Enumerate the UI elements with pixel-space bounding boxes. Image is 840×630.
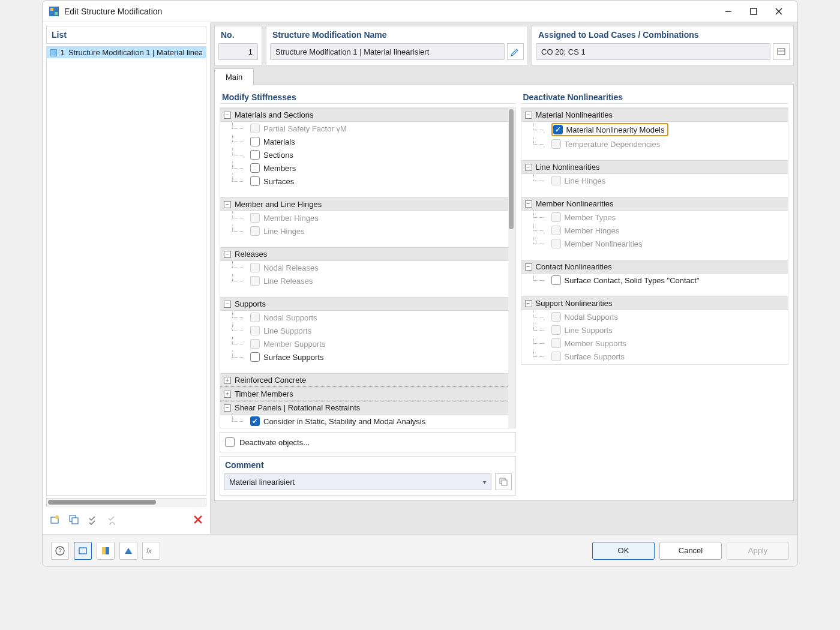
modify-tree-scrollbar[interactable] [508,108,515,428]
deactivate-tree: −Material Nonlinearities Material Nonlin… [521,107,789,365]
group-releases[interactable]: −Releases [220,247,508,261]
group-supports[interactable]: −Supports [220,297,508,311]
list-item-index: 1 [61,48,65,57]
no-field[interactable]: 1 [218,43,258,60]
checkbox [551,226,561,235]
deactivate-objects-row[interactable]: Deactivate objects... [220,432,516,452]
list-item-icon [50,49,57,56]
expand-icon[interactable]: + [224,391,231,398]
svg-text:?: ? [58,548,62,554]
group-member-line-hinges[interactable]: −Member and Line Hinges [220,197,508,211]
collapse-icon[interactable]: − [224,201,231,208]
checkbox[interactable] [250,176,260,186]
list-item[interactable]: 1 Structure Modification 1 | Material li… [47,47,206,58]
tab-main[interactable]: Main [214,68,254,85]
collapse-icon[interactable]: − [224,301,231,308]
group-material-nonlinearities[interactable]: −Material Nonlinearities [521,108,788,122]
checkbox [551,212,561,222]
uncheck-all-button[interactable] [104,511,121,528]
collapse-icon[interactable]: − [224,404,231,412]
group-timber-members[interactable]: +Timber Members [220,387,508,401]
svg-rect-21 [106,547,109,554]
collapse-icon[interactable]: − [224,112,231,119]
collapse-icon[interactable]: − [525,112,532,119]
minimize-button[interactable] [716,2,741,20]
deactivate-nonlinearities-header: Deactivate Nonlinearities [521,90,789,104]
comment-header: Comment [220,456,516,471]
apply-button: Apply [727,542,789,560]
help-button[interactable]: ? [51,542,69,560]
list-pane: List 1 Structure Modification 1 | Materi… [43,22,211,534]
view-mode-1-button[interactable] [74,542,92,560]
view-mode-3-button[interactable] [119,542,137,560]
collapse-icon[interactable]: − [525,164,532,171]
dialog-footer: ? fx OK Cancel Apply [43,534,797,566]
group-reinforced-concrete[interactable]: +Reinforced Concrete [220,373,508,387]
group-member-nonlinearities[interactable]: −Member Nonlinearities [521,197,788,211]
checkbox[interactable] [250,416,260,426]
group-support-nonlinearities[interactable]: −Support Nonlinearities [521,296,788,310]
titlebar: Edit Structure Modification [43,1,797,22]
checkbox[interactable] [250,137,260,146]
highlighted-option: Material Nonlinearity Models [551,123,668,136]
checkbox[interactable] [250,150,260,160]
list-box[interactable]: 1 Structure Modification 1 | Material li… [46,46,206,496]
comment-combobox[interactable]: Material linearisiert ▾ [224,473,491,490]
maximize-button[interactable] [741,2,766,20]
checkbox[interactable] [553,125,563,134]
dialog-window: Edit Structure Modification List 1 Struc… [42,0,798,567]
checkbox[interactable] [225,437,235,447]
svg-rect-16 [502,480,507,485]
svg-rect-4 [751,8,757,14]
no-label: No. [215,26,262,43]
checkbox [551,312,561,322]
checkbox [250,213,260,223]
checkbox [551,338,561,348]
window-title: Edit Structure Modification [64,7,716,16]
checkbox [250,339,260,349]
app-icon [49,6,59,17]
name-field[interactable]: Structure Modification 1 | Material line… [270,43,505,60]
assigned-browse-button[interactable] [773,43,790,60]
close-button[interactable] [766,2,791,20]
comment-copy-button[interactable] [495,473,512,490]
ok-button[interactable]: OK [592,542,655,560]
group-line-nonlinearities[interactable]: −Line Nonlinearities [521,160,788,174]
collapse-icon[interactable]: − [224,251,231,258]
delete-item-button[interactable] [190,511,206,528]
tab-bar: Main [214,68,794,85]
group-shear-panels[interactable]: −Shear Panels | Rotational Restraints [220,401,508,415]
expand-icon[interactable]: + [224,377,231,384]
collapse-icon[interactable]: − [525,300,532,307]
svg-rect-13 [778,49,785,55]
list-toolbar [46,509,206,530]
checkbox[interactable] [250,352,260,362]
fx-button[interactable]: fx [142,542,160,560]
new-item-button[interactable] [46,511,63,528]
rename-button[interactable] [507,43,524,60]
svg-text:fx: fx [146,547,152,554]
svg-point-8 [55,515,59,519]
checkbox [551,239,561,248]
checkbox [551,325,561,335]
list-horizontal-scrollbar[interactable] [46,498,206,506]
collapse-icon[interactable]: − [525,200,532,208]
collapse-icon[interactable]: − [525,263,532,271]
checkbox [551,176,561,185]
checkbox [250,226,260,236]
checkbox [250,263,260,272]
name-label: Structure Modification Name [266,26,527,43]
svg-rect-20 [102,547,106,554]
list-item-label: Structure Modification 1 | Material line… [68,48,202,57]
assigned-field[interactable]: CO 20; CS 1 [536,43,770,60]
assigned-card: Assigned to Load Cases / Combinations CO… [532,26,794,65]
checkbox [250,124,260,133]
checkbox[interactable] [551,275,561,285]
group-materials-sections[interactable]: −Materials and Sections [220,108,508,122]
cancel-button[interactable]: Cancel [659,542,722,560]
view-mode-2-button[interactable] [97,542,115,560]
check-all-button[interactable] [85,511,101,528]
copy-item-button[interactable] [65,511,82,528]
group-contact-nonlinearities[interactable]: −Contact Nonlinearities [521,260,788,274]
checkbox[interactable] [250,163,260,173]
